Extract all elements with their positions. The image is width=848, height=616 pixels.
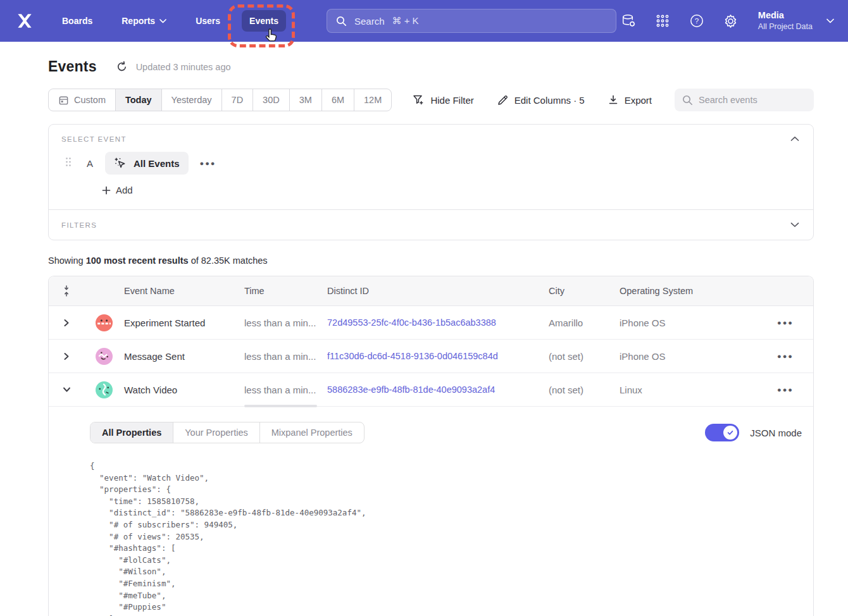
hide-filter-label: Hide Filter <box>430 95 473 106</box>
row-more-options-button[interactable]: ●●● <box>756 319 813 326</box>
add-event-button[interactable]: Add <box>102 185 133 199</box>
nav-item-users-label: Users <box>196 16 220 26</box>
row-detail-panel: All Properties Your Properties Mixpanel … <box>49 407 813 616</box>
global-search-label: Search <box>354 16 385 27</box>
event-name-cell: Experiment Started <box>124 317 244 328</box>
time-cell: less than a min... <box>244 351 327 362</box>
toggle-knob <box>723 426 737 440</box>
date-range-3m-label: 3M <box>299 95 312 105</box>
time-cell: less than a min... <box>244 317 327 328</box>
column-header-city[interactable]: City <box>549 286 620 296</box>
event-selector-button[interactable]: All Events <box>105 152 189 175</box>
nav-item-events-label: Events <box>249 16 278 26</box>
event-avatar <box>84 314 124 331</box>
date-range-7d-label: 7D <box>232 95 244 105</box>
events-table: Event Name Time Distinct ID City Operati… <box>48 276 814 616</box>
controls-row: Custom Today Yesterday 7D 30D 3M 6M 12M … <box>48 89 814 111</box>
nav-item-reports[interactable]: Reports <box>114 10 174 32</box>
last-updated-text: Updated 3 minutes ago <box>136 62 231 72</box>
clause-letter: A <box>87 158 93 169</box>
distinct-id-link[interactable]: 5886283e-e9fb-48fb-81de-40e9093a2af4 <box>327 385 549 395</box>
table-toolbar: Hide Filter Edit Columns · 5 Export <box>412 89 814 111</box>
date-range-12m[interactable]: 12M <box>354 89 391 111</box>
date-range-yesterday[interactable]: Yesterday <box>162 89 222 111</box>
tab-all-properties[interactable]: All Properties <box>90 422 173 443</box>
selected-event-label: All Events <box>134 158 180 169</box>
column-header-operating-system[interactable]: Operating System <box>620 286 756 296</box>
search-icon <box>682 95 693 106</box>
chevron-down-icon <box>790 222 799 228</box>
hide-filter-button[interactable]: Hide Filter <box>412 94 473 106</box>
distinct-id-link[interactable]: 72d49553-25fc-4f0c-b436-1b5ac6ab3388 <box>327 317 549 328</box>
export-label: Export <box>625 95 652 106</box>
date-range-yesterday-label: Yesterday <box>171 95 212 105</box>
date-range-today[interactable]: Today <box>116 89 162 111</box>
event-more-options-button[interactable]: ●●● <box>200 159 216 167</box>
data-management-icon[interactable] <box>620 13 637 29</box>
edit-columns-button[interactable]: Edit Columns · 5 <box>497 94 585 106</box>
nav-item-users[interactable]: Users <box>188 10 228 32</box>
column-header-event-name[interactable]: Event Name <box>124 286 244 296</box>
os-cell: Linux <box>620 385 756 395</box>
global-search-input[interactable]: Search ⌘ + K <box>327 9 616 33</box>
query-builder-card: SELECT EVENT A <box>48 124 814 240</box>
event-name-cell: Watch Video <box>124 385 244 395</box>
event-clause-row: A All Events ●●● <box>61 152 801 175</box>
chevron-right-icon <box>63 352 70 360</box>
date-range-7d[interactable]: 7D <box>222 89 254 111</box>
settings-gear-icon[interactable] <box>723 13 739 29</box>
collapse-section-button[interactable] <box>789 135 801 143</box>
row-more-options-button[interactable]: ●●● <box>756 352 813 360</box>
date-range-custom[interactable]: Custom <box>49 89 116 111</box>
expand-row-button[interactable] <box>49 319 84 327</box>
nav-item-boards[interactable]: Boards <box>54 10 100 32</box>
project-selector[interactable]: Media All Project Data <box>758 9 834 32</box>
tab-mixpanel-properties[interactable]: Mixpanel Properties <box>260 422 364 443</box>
project-name: Media <box>758 9 813 22</box>
drag-handle[interactable] <box>61 154 75 172</box>
date-range-3m[interactable]: 3M <box>290 89 322 111</box>
collapse-row-button[interactable] <box>49 386 84 393</box>
chevron-down-icon <box>159 19 166 23</box>
refresh-button[interactable] <box>116 61 128 73</box>
magic-cursor-icon <box>114 157 127 170</box>
top-navbar: Boards Reports Users Events Search ⌘ + K <box>0 0 848 42</box>
nav-item-boards-label: Boards <box>62 16 92 26</box>
expand-row-button[interactable] <box>49 352 84 360</box>
date-range-control: Custom Today Yesterday 7D 30D 3M 6M 12M <box>48 89 392 111</box>
chevron-up-icon <box>790 136 799 142</box>
event-avatar <box>84 381 124 398</box>
nav-item-events[interactable]: Events <box>242 10 286 32</box>
json-mode-label: JSON mode <box>750 428 802 438</box>
city-cell: (not set) <box>549 385 620 395</box>
collapse-all-sort-button[interactable] <box>49 285 84 297</box>
svg-text:?: ? <box>695 17 699 25</box>
city-cell: Amarillo <box>549 317 620 328</box>
help-icon[interactable]: ? <box>689 13 705 29</box>
expand-filters-button[interactable] <box>789 221 801 229</box>
tab-your-properties[interactable]: Your Properties <box>173 422 259 443</box>
search-icon <box>336 16 347 27</box>
check-icon <box>726 429 734 436</box>
results-prefix: Showing <box>48 256 86 266</box>
search-events-input[interactable] <box>699 95 800 105</box>
table-row: Message Sent less than a min... f11c30d6… <box>49 340 813 373</box>
date-range-today-label: Today <box>125 95 152 105</box>
row-more-options-button[interactable]: ●●● <box>756 386 813 393</box>
horizontal-scrollbar-thumb[interactable] <box>244 405 317 407</box>
distinct-id-link[interactable]: f11c30d6-dc6d-4518-9136-0d046159c84d <box>327 351 549 361</box>
table-header-row: Event Name Time Distinct ID City Operati… <box>49 276 813 306</box>
results-highlight: 100 most recent results <box>86 256 189 266</box>
select-event-heading: SELECT EVENT <box>61 135 127 143</box>
cursor-pointer-icon <box>265 28 279 44</box>
selection-highlight-box <box>228 4 295 47</box>
column-header-time[interactable]: Time <box>244 286 327 296</box>
date-range-6m[interactable]: 6M <box>322 89 354 111</box>
json-mode-toggle[interactable] <box>705 424 739 441</box>
apps-grid-icon[interactable] <box>654 13 671 29</box>
date-range-30d[interactable]: 30D <box>253 89 290 111</box>
column-header-distinct-id[interactable]: Distinct ID <box>327 286 549 296</box>
mixpanel-logo[interactable] <box>14 10 35 32</box>
export-button[interactable]: Export <box>608 94 652 106</box>
nav-items: Boards Reports Users Events <box>54 10 300 32</box>
